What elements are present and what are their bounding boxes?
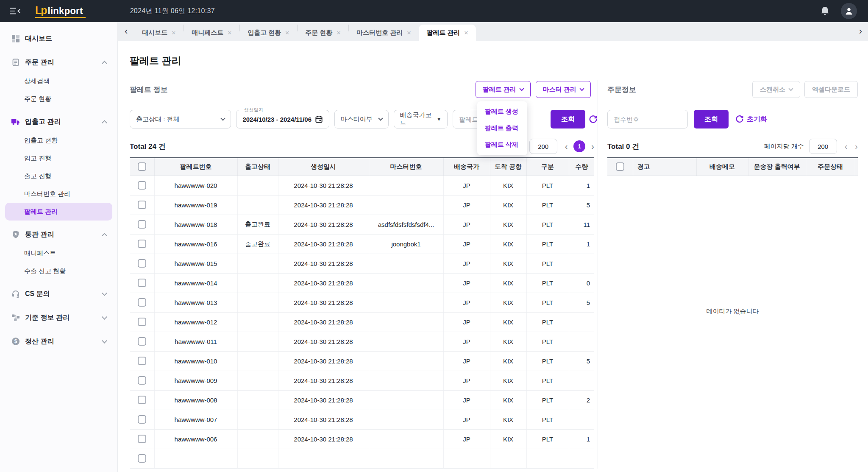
dropdown-item-0[interactable]: 팔레트 생성: [477, 103, 527, 120]
table-row[interactable]: hawwwww-018출고완료2024-10-30 21:28:28asdfsf…: [130, 215, 594, 234]
row-checkbox[interactable]: [138, 376, 146, 385]
user-avatar[interactable]: [841, 3, 857, 19]
dropdown-item-2[interactable]: 팔레트 삭제: [477, 137, 527, 153]
tab-label: 대시보드: [142, 29, 167, 37]
row-checkbox[interactable]: [138, 201, 146, 209]
table-row[interactable]: hawwwww-0072024-10-30 21:28:28JPKIXPLT: [130, 410, 594, 429]
select-all-checkbox[interactable]: [138, 162, 146, 171]
sidebar-subitem-3-1[interactable]: 수출 신고 현황: [5, 262, 112, 280]
row-checkbox[interactable]: [138, 357, 146, 365]
order-search-button[interactable]: 조회: [694, 110, 729, 128]
scan-cancel-button[interactable]: 스캔취소: [752, 81, 800, 98]
pallet-search-button[interactable]: 조회: [551, 110, 585, 128]
sidebar-subitem-1-0[interactable]: 상세검색: [5, 72, 112, 90]
table-row[interactable]: hawwwww-0102024-10-30 21:28:28JPKIXPLT5: [130, 351, 594, 371]
tab-close-icon[interactable]: ✕: [171, 30, 176, 36]
created-date-range-field[interactable]: 생성일자 2024/10/23 - 2024/11/06: [236, 110, 329, 128]
table-row[interactable]: [130, 449, 594, 468]
ship-status-select[interactable]: 출고상태 : 전체: [130, 110, 231, 128]
prev-page-icon[interactable]: ‹: [845, 142, 848, 151]
sidebar-item-4[interactable]: CS 문의: [0, 284, 117, 304]
pallet-manage-button[interactable]: 팔레트 관리: [476, 81, 531, 98]
sidebar-item-5[interactable]: 기준 정보 관리: [0, 308, 117, 327]
tab-1[interactable]: 매니페스트✕: [184, 25, 239, 41]
table-row[interactable]: hawwwww-0132024-10-30 21:28:28JPKIXPLT5: [130, 293, 594, 312]
pallet-reset-button[interactable]: [589, 115, 598, 124]
cell-type: PLT: [526, 351, 569, 371]
tab-0[interactable]: 대시보드✕: [134, 25, 184, 41]
calendar-icon[interactable]: [315, 115, 323, 123]
table-row[interactable]: hawwwww-016출고완료2024-10-30 21:28:28joongb…: [130, 234, 594, 254]
table-row[interactable]: hawwwww-0202024-10-30 21:28:28JPKIXPLT1: [130, 176, 594, 195]
row-checkbox[interactable]: [138, 220, 146, 229]
cell-qty: [569, 254, 594, 273]
tabs-scroll-right-icon[interactable]: ›: [857, 27, 865, 36]
refresh-icon: [589, 115, 598, 124]
sidebar-subitem-3-0[interactable]: 매니페스트: [5, 244, 112, 262]
notification-bell-icon[interactable]: [820, 6, 830, 17]
excel-download-button[interactable]: 엑셀다운로드: [804, 81, 858, 98]
row-checkbox[interactable]: [138, 337, 146, 346]
tab-5[interactable]: 팔레트 관리✕: [419, 25, 476, 41]
master-manage-button[interactable]: 마스터 관리: [536, 81, 591, 98]
table-row[interactable]: hawwwww-0192024-10-30 21:28:28JPKIXPLT5: [130, 195, 594, 215]
sidebar-subitem-2-2[interactable]: 출고 진행: [5, 167, 112, 185]
dropdown-item-1[interactable]: 팔레트 출력: [477, 120, 527, 137]
per-page-input[interactable]: [809, 139, 837, 154]
sidebar-item-3[interactable]: 통관 관리: [0, 225, 117, 244]
row-checkbox[interactable]: [138, 298, 146, 307]
sidebar-item-1[interactable]: 주문 관리: [0, 53, 117, 72]
tab-4[interactable]: 마스터번호 관리✕: [349, 25, 419, 41]
sidebar-item-6[interactable]: $정산 관리: [0, 332, 117, 351]
row-checkbox[interactable]: [138, 259, 146, 268]
master-flag-select[interactable]: 마스터여부: [334, 110, 389, 128]
table-row[interactable]: hawwwww-0122024-10-30 21:28:28JPKIXPLT: [130, 312, 594, 332]
row-checkbox[interactable]: [138, 415, 146, 424]
current-page-badge[interactable]: 1: [573, 140, 585, 152]
next-page-icon[interactable]: ›: [591, 142, 594, 151]
cell-airport: KIX: [490, 234, 526, 254]
next-page-icon[interactable]: ›: [855, 142, 858, 151]
tab-2[interactable]: 입출고 현황✕: [240, 25, 297, 41]
sidebar-collapse-icon[interactable]: [9, 7, 21, 15]
ship-country-select[interactable]: 배송국가코드▼: [394, 110, 448, 128]
table-row[interactable]: hawwwww-0112024-10-30 21:28:28JPKIXPLT: [130, 332, 594, 351]
cell-created: 2024-10-30 21:28:28: [278, 234, 369, 254]
tab-close-icon[interactable]: ✕: [464, 30, 469, 36]
chevron-down-icon: [378, 116, 383, 120]
tab-3[interactable]: 주문 현황✕: [298, 25, 348, 41]
table-row[interactable]: hawwwww-0082024-10-30 21:28:28JPKIXPLT2: [130, 390, 594, 410]
tab-close-icon[interactable]: ✕: [406, 30, 411, 36]
tab-close-icon[interactable]: ✕: [227, 30, 232, 36]
row-checkbox[interactable]: [138, 318, 146, 326]
sidebar-item-2[interactable]: 입출고 관리: [0, 112, 117, 131]
sidebar-subitem-2-0[interactable]: 입출고 현황: [5, 131, 112, 149]
receipt-no-input[interactable]: [607, 110, 688, 128]
cell-airport: KIX: [490, 293, 526, 312]
table-row[interactable]: hawwwww-0092024-10-30 21:28:28JPKIXPLT: [130, 371, 594, 390]
cell-country: JP: [443, 410, 490, 429]
row-checkbox[interactable]: [138, 396, 146, 404]
row-checkbox[interactable]: [138, 240, 146, 248]
row-checkbox[interactable]: [138, 435, 146, 443]
select-all-checkbox[interactable]: [616, 162, 624, 171]
prev-page-icon[interactable]: ‹: [565, 142, 568, 151]
row-checkbox[interactable]: [138, 181, 146, 190]
per-page-input[interactable]: [529, 139, 557, 154]
table-row[interactable]: hawwwww-0142024-10-30 21:28:28JPKIXPLT0: [130, 273, 594, 293]
sidebar-subitem-1-1[interactable]: 주문 현황: [5, 90, 112, 108]
sidebar-subitem-2-3[interactable]: 마스터번호 관리: [5, 185, 112, 203]
sidebar-subitem-2-1[interactable]: 입고 진행: [5, 149, 112, 167]
table-row[interactable]: hawwwww-0152024-10-30 21:28:28JPKIXPLT: [130, 254, 594, 273]
tab-close-icon[interactable]: ✕: [336, 30, 341, 36]
tab-close-icon[interactable]: ✕: [285, 30, 289, 36]
order-reset-button[interactable]: 초기화: [735, 115, 767, 124]
sidebar-subitem-2-4[interactable]: 팔레트 관리: [5, 203, 112, 221]
row-checkbox[interactable]: [138, 279, 146, 287]
table-row[interactable]: hawwwww-0062024-10-30 21:28:28JPKIXPLT1: [130, 429, 594, 449]
chevron-up-icon: [102, 61, 107, 66]
sidebar-item-0[interactable]: 대시보드: [0, 29, 117, 48]
row-checkbox[interactable]: [138, 454, 146, 463]
tabs-scroll-left-icon[interactable]: ‹: [122, 27, 130, 36]
datetime-display: 2024년 11월 06일 12:10:37: [130, 7, 215, 16]
